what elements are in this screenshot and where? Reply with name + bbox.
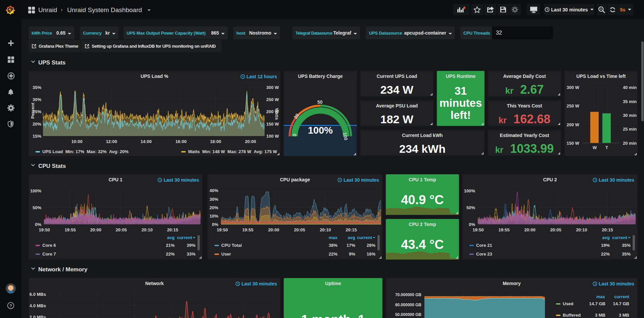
svg-text:?: ?: [9, 304, 12, 308]
